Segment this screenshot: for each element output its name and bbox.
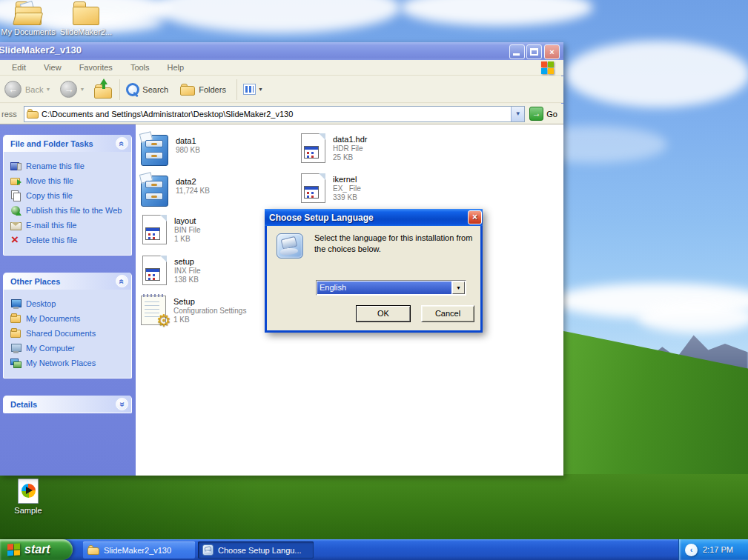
document-icon bbox=[301, 133, 325, 163]
window-titlebar[interactable]: SlideMaker2_v130 × bbox=[0, 42, 563, 60]
file-setup-inx[interactable]: setupINX File138 KB bbox=[142, 256, 201, 285]
desktop-icon-my-documents[interactable]: My Documents bbox=[0, 1, 56, 36]
config-settings-icon: ⚙ bbox=[141, 296, 166, 325]
taskbar: start SlideMaker2_v130 Choose Setup Lang… bbox=[0, 539, 748, 560]
cloud bbox=[565, 41, 748, 107]
address-dropdown[interactable]: ▼ bbox=[511, 107, 524, 121]
taskbar-item-choose-setup-language[interactable]: Choose Setup Langu... bbox=[198, 541, 314, 559]
media-file-icon bbox=[18, 479, 39, 504]
task-publish-this-file[interactable]: Publish this file to the Web bbox=[10, 203, 128, 218]
desktop-icon-label: My Documents bbox=[0, 27, 56, 36]
address-bar: ress C:\Documents and Settings\Administr… bbox=[0, 104, 563, 124]
desktop-icon-label: Sample bbox=[0, 506, 56, 515]
start-button[interactable]: start bbox=[0, 539, 73, 560]
sidebar-item-my-documents[interactable]: My Documents bbox=[10, 311, 128, 326]
folder-icon bbox=[10, 313, 21, 324]
dialog-titlebar[interactable]: Choose Setup Language × bbox=[265, 209, 483, 226]
task-rename-this-file[interactable]: Rename this file bbox=[10, 159, 128, 173]
gear-icon: ⚙ bbox=[156, 313, 171, 329]
sidebar-item-desktop[interactable]: Desktop bbox=[10, 296, 128, 311]
back-circle-arrow-icon: ← bbox=[4, 81, 21, 98]
task-delete-this-file[interactable]: Delete this file bbox=[10, 233, 128, 247]
panel-header[interactable]: Details « bbox=[4, 396, 131, 413]
window-title: SlideMaker2_v130 bbox=[0, 44, 82, 56]
cabinet-icon bbox=[141, 176, 168, 207]
choose-setup-language-dialog: Choose Setup Language × Select the langu… bbox=[265, 209, 483, 333]
folder-icon bbox=[27, 109, 39, 119]
document-icon bbox=[301, 173, 325, 203]
language-combobox[interactable]: English ▼ bbox=[316, 280, 466, 296]
menu-edit[interactable]: Edit bbox=[12, 63, 26, 72]
expand-chevron-icon[interactable]: « bbox=[116, 398, 128, 410]
taskbar-item-slidemaker[interactable]: SlideMaker2_v130 bbox=[83, 541, 195, 559]
dialog-close-button[interactable]: × bbox=[468, 210, 482, 224]
file-data1[interactable]: data1980 KB bbox=[141, 135, 200, 166]
desktop-icon-sample[interactable]: Sample bbox=[0, 479, 56, 515]
folders-icon bbox=[180, 84, 195, 96]
installer-icon bbox=[277, 233, 303, 259]
forward-button[interactable]: → bbox=[60, 81, 77, 98]
task-copy-this-file[interactable]: Copy this file bbox=[10, 188, 128, 203]
panel-header[interactable]: File and Folder Tasks « bbox=[4, 135, 131, 152]
collapse-chevron-icon[interactable]: « bbox=[116, 275, 128, 287]
folder-icon bbox=[10, 328, 21, 339]
desktop-icon-slidemaker2[interactable]: SlideMaker2... bbox=[58, 1, 114, 36]
combobox-selected-value: English bbox=[317, 281, 451, 294]
desktop-icon bbox=[10, 299, 21, 309]
sidebar-item-shared-documents[interactable]: Shared Documents bbox=[10, 326, 128, 341]
task-move-this-file[interactable]: Move this file bbox=[10, 173, 128, 188]
file-data2[interactable]: data211,724 KB bbox=[141, 176, 210, 207]
toolbar-separator bbox=[119, 79, 120, 100]
search-magnifier-icon bbox=[126, 83, 139, 96]
close-button[interactable]: × bbox=[544, 44, 560, 59]
installer-icon bbox=[202, 544, 214, 556]
address-input[interactable]: C:\Documents and Settings\Administrator\… bbox=[24, 106, 525, 122]
folder-icon bbox=[73, 1, 99, 25]
file-setup-config[interactable]: ⚙ SetupConfiguration Settings1 KB bbox=[141, 296, 246, 325]
search-button[interactable]: Search bbox=[126, 83, 168, 96]
back-dropdown[interactable]: ▼ bbox=[45, 87, 50, 92]
panel-header[interactable]: Other Places « bbox=[4, 273, 131, 290]
task-email-this-file[interactable]: E-mail this file bbox=[10, 218, 128, 233]
file-layout[interactable]: layoutBIN File1 KB bbox=[142, 215, 201, 244]
menu-favorites[interactable]: Favorites bbox=[79, 63, 113, 72]
folders-button[interactable]: Folders bbox=[180, 84, 226, 96]
document-icon bbox=[142, 256, 167, 285]
forward-dropdown[interactable]: ▼ bbox=[79, 87, 85, 92]
menu-tools[interactable]: Tools bbox=[130, 63, 150, 72]
windows-logo-icon bbox=[541, 61, 554, 74]
back-button[interactable]: ← Back bbox=[4, 81, 43, 98]
cancel-button[interactable]: Cancel bbox=[421, 305, 474, 322]
go-arrow-icon: → bbox=[529, 107, 543, 121]
views-dropdown[interactable]: ▼ bbox=[258, 87, 263, 92]
up-button[interactable] bbox=[94, 81, 113, 99]
hide-icons-chevron[interactable]: ‹ bbox=[685, 544, 698, 556]
folder-icon bbox=[87, 545, 99, 555]
maximize-button[interactable] bbox=[526, 44, 542, 59]
rename-icon bbox=[10, 161, 21, 171]
menu-help[interactable]: Help bbox=[168, 63, 185, 72]
go-button[interactable]: → Go bbox=[525, 107, 563, 121]
toolbar: ← Back ▼ → ▼ Search Folders ▼ bbox=[0, 76, 563, 103]
copy-icon bbox=[10, 190, 21, 201]
collapse-chevron-icon[interactable]: « bbox=[116, 137, 128, 150]
minimize-button[interactable] bbox=[509, 44, 525, 59]
desktop: { "colors": { "active_titlebar": "#0A50D… bbox=[0, 0, 748, 560]
toolbar-separator bbox=[236, 79, 237, 100]
address-path: C:\Documents and Settings\Administrator\… bbox=[42, 110, 293, 119]
publish-globe-icon bbox=[10, 205, 21, 216]
dialog-title: Choose Setup Language bbox=[269, 213, 374, 223]
sidebar-item-my-network-places[interactable]: My Network Places bbox=[10, 356, 128, 370]
combobox-dropdown-button[interactable]: ▼ bbox=[452, 281, 465, 294]
clock: 2:17 PM bbox=[703, 545, 733, 554]
file-data1-hdr[interactable]: data1.hdrHDR File25 KB bbox=[301, 133, 367, 163]
computer-icon bbox=[10, 343, 21, 353]
desktop-icon-label: SlideMaker2... bbox=[58, 27, 114, 36]
views-button[interactable] bbox=[243, 84, 256, 95]
menu-view[interactable]: View bbox=[44, 63, 62, 72]
file-and-folder-tasks-panel: File and Folder Tasks « Rename this file… bbox=[3, 135, 132, 256]
file-ikernel[interactable]: ikernelEX_ File339 KB bbox=[301, 173, 361, 203]
menu-bar: Edit View Favorites Tools Help bbox=[0, 60, 563, 76]
ok-button[interactable]: OK bbox=[356, 305, 411, 322]
sidebar-item-my-computer[interactable]: My Computer bbox=[10, 341, 128, 356]
